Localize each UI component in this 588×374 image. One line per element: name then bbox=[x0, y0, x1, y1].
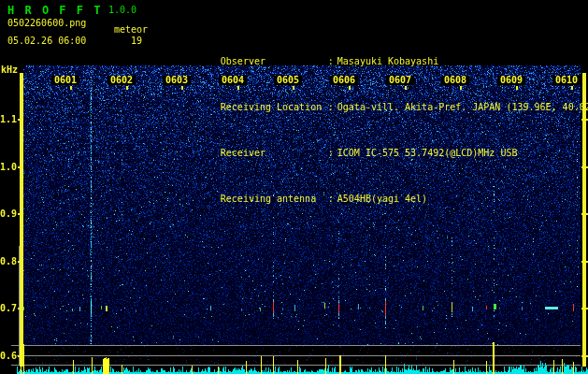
output-filename: 0502260600.png bbox=[7, 19, 86, 28]
station-info: Observer:Masayuki Kobayashi Receiving Lo… bbox=[166, 4, 588, 223]
hrofft-window: H R O F F T 1.0.0 0502260600.png meteor … bbox=[0, 0, 588, 374]
frequency-unit-label: kHz bbox=[1, 65, 18, 75]
info-row-observer: Observer:Masayuki Kobayashi bbox=[166, 39, 588, 50]
app-version: 1.0.0 bbox=[108, 5, 136, 15]
info-row-antenna: Receiving antenna:A504HB(yagi 4el) bbox=[166, 177, 588, 187]
info-row-receiver: Receiver:ICOM IC-575 53.7492(@LCD)MHz US… bbox=[166, 131, 588, 141]
info-value: ICOM IC-575 53.7492(@LCD)MHz USB bbox=[337, 149, 518, 158]
info-separator: : bbox=[328, 57, 337, 66]
time-tick-label: 0608 bbox=[441, 76, 469, 85]
info-value: Masayuki Kobayashi bbox=[337, 57, 438, 66]
info-value: Ogata-vill. Akita-Pref. JAPAN (139.96E, … bbox=[337, 103, 588, 112]
app-title: H R O F F T bbox=[7, 4, 102, 17]
time-tick-label: 0609 bbox=[497, 76, 525, 85]
time-tick-label: 0606 bbox=[330, 76, 358, 85]
mode-label: meteor bbox=[114, 25, 148, 35]
info-separator: : bbox=[328, 149, 337, 158]
meteor-count: 19 bbox=[131, 36, 142, 46]
info-label: Receiving antenna bbox=[221, 194, 328, 204]
freq-tick-label: 1.1 bbox=[0, 115, 17, 124]
time-tick-label: 0601 bbox=[51, 76, 79, 85]
freq-tick-label: 1.0 bbox=[0, 163, 17, 172]
time-tick-label: 0602 bbox=[108, 76, 136, 85]
freq-tick-label: 0.6 bbox=[0, 352, 17, 361]
time-tick-label: 0607 bbox=[386, 76, 414, 85]
time-tick-label: 0603 bbox=[163, 76, 191, 85]
info-label: Receiving Location bbox=[221, 103, 328, 112]
info-label: Receiver bbox=[221, 149, 328, 158]
time-tick-label: 0604 bbox=[219, 76, 247, 85]
info-label: Observer bbox=[221, 57, 328, 66]
freq-tick-label: 0.9 bbox=[0, 209, 17, 219]
freq-tick-label: 0.7 bbox=[0, 304, 17, 313]
info-row-location: Receiving Location:Ogata-vill. Akita-Pre… bbox=[166, 85, 588, 95]
time-tick-label: 0605 bbox=[274, 76, 302, 85]
freq-tick-label: 0.8 bbox=[0, 257, 17, 266]
info-separator: : bbox=[328, 194, 337, 204]
timestamp: 05.02.26 06:00 bbox=[7, 36, 86, 46]
info-separator: : bbox=[328, 103, 337, 112]
time-tick-label: 0610 bbox=[552, 76, 581, 85]
info-value: A504HB(yagi 4el) bbox=[337, 194, 427, 204]
